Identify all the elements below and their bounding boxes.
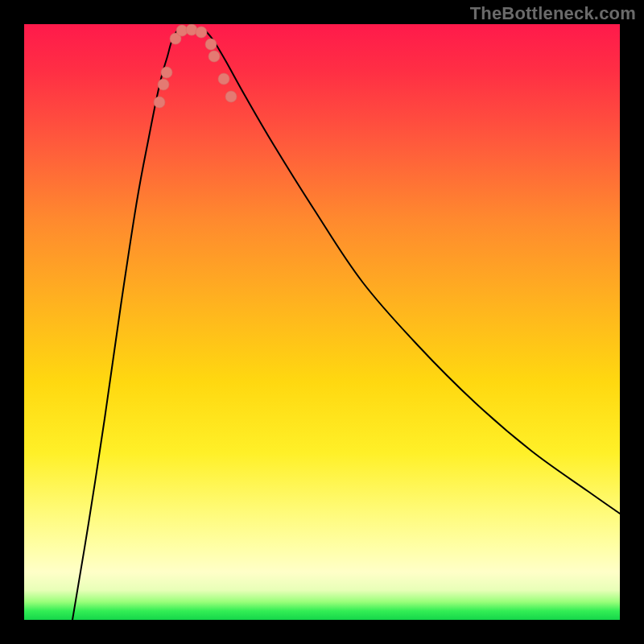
curve-left-branch [72, 31, 177, 620]
data-marker [225, 91, 237, 102]
data-marker [186, 24, 197, 35]
curve-layer [24, 24, 620, 620]
data-marker [218, 73, 229, 85]
data-marker [158, 79, 169, 90]
watermark-text: TheBottleneck.com [470, 3, 636, 24]
plot-area [24, 24, 620, 620]
data-marker [154, 97, 165, 108]
chart-stage: TheBottleneck.com [0, 0, 644, 644]
curve-right-branch [205, 31, 620, 514]
data-marker [161, 67, 172, 78]
data-markers [154, 24, 237, 108]
data-marker [205, 39, 217, 50]
data-marker [196, 27, 207, 38]
data-marker [208, 51, 220, 62]
